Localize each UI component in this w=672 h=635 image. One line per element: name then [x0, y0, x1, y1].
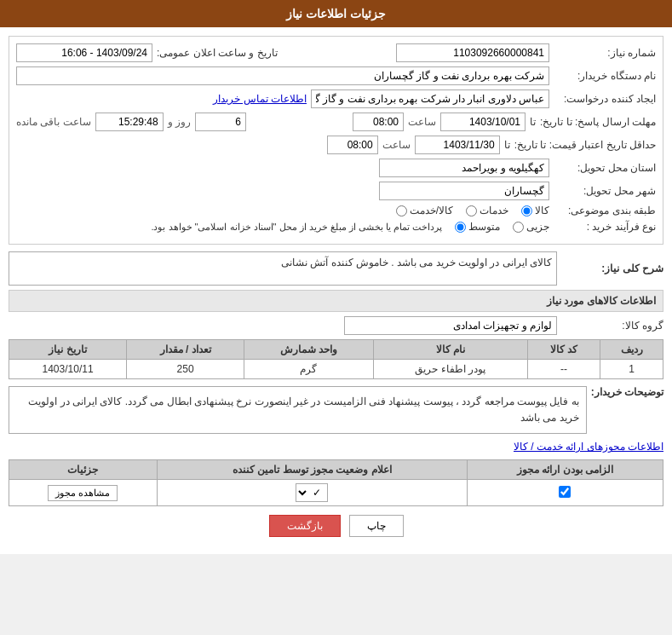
- sharh-box: کالای ایرانی در اولویت خرید می باشد . خا…: [9, 251, 557, 286]
- row-goroh: گروه کالا:: [9, 316, 663, 335]
- tabaqeh-radio-group: کالا/خدمت خدمات کالا: [396, 205, 549, 216]
- faravand-label: نوع فرآیند خرید :: [554, 221, 656, 233]
- mazor-cell-joziat: مشاهده مجوز: [9, 480, 158, 506]
- radio-jozi[interactable]: [513, 222, 524, 233]
- sharh-label: شرح کلی نیاز:: [561, 263, 663, 274]
- back-button[interactable]: بازگشت: [269, 515, 341, 537]
- row-tawzih: توضیحات خریدار: به فایل پیوست مراجعه گرد…: [9, 386, 663, 434]
- goroh-input[interactable]: [344, 316, 557, 335]
- main-content: شماره نیاز: تاریخ و ساعت اعلان عمومی: نا…: [0, 27, 672, 554]
- cell-vahed: گرم: [244, 360, 374, 379]
- mazor-th-joziat: جزئیات: [9, 460, 158, 480]
- ostan-label: استان محل تحویل:: [554, 162, 656, 174]
- goroh-label: گروه کالا:: [561, 320, 663, 332]
- cell-radif: 1: [600, 360, 663, 379]
- mazor-cell-elzami: [467, 480, 663, 506]
- mazor-link[interactable]: اطلاعات مجوزهای ارائه خدمت / کالا: [9, 441, 663, 453]
- radio-kala-khadamat[interactable]: [396, 205, 407, 216]
- naam-label: نام دستگاه خریدار:: [554, 70, 656, 82]
- elzami-checkbox[interactable]: [559, 486, 571, 498]
- jadaval-ta: تا: [504, 139, 510, 151]
- sharh-value: کالای ایرانی در اولویت خرید می باشد . خا…: [281, 257, 552, 268]
- radio-jozi-item: جزیی: [513, 221, 549, 233]
- radio-jozi-label: جزیی: [526, 221, 549, 233]
- row-naam: نام دستگاه خریدار:: [16, 66, 656, 85]
- tawzih-value: به فایل پیوست مراجعه گردد ، پیوست پیشنها…: [28, 395, 578, 424]
- header-title: جزئیات اطلاعات نیاز: [286, 7, 386, 20]
- saat2-input[interactable]: [327, 136, 378, 154]
- roz-label: روز و: [168, 116, 191, 128]
- th-tarikh: تاریخ نیاز: [9, 340, 127, 360]
- tarikh-label: تاریخ و ساعت اعلان عمومی:: [157, 47, 278, 59]
- page-container: جزئیات اطلاعات نیاز شماره نیاز: تاریخ و …: [0, 0, 672, 554]
- cell-tarikh: 1403/10/11: [9, 360, 127, 379]
- row-tabaqeh: طبقه بندی موضوعی: کالا/خدمت خدمات کالا: [16, 205, 656, 216]
- tabaqeh-label: طبقه بندی موضوعی:: [554, 205, 656, 216]
- tawzih-box: به فایل پیوست مراجعه گردد ، پیوست پیشنها…: [9, 386, 587, 434]
- ostan-input[interactable]: [379, 159, 549, 177]
- mazor-th-eelam: اعلام وضعیت مجوز توسط تامین کننده: [157, 460, 467, 480]
- radio-khadamat-item: خدمات: [466, 205, 508, 216]
- print-button[interactable]: چاپ: [349, 515, 404, 537]
- row-sharh: شرح کلی نیاز: کالای ایرانی در اولویت خری…: [9, 251, 663, 286]
- date2-input[interactable]: [415, 136, 500, 154]
- radio-mottavasset-item: متوسط: [455, 221, 500, 233]
- cell-tedad: 250: [127, 360, 244, 379]
- mazor-cell-eelam: ✓: [157, 480, 467, 506]
- row-shomare-tarikh: شماره نیاز: تاریخ و ساعت اعلان عمومی:: [16, 43, 656, 62]
- cell-naam: پودر اطفاء حریق: [373, 360, 527, 379]
- row-ostan: استان محل تحویل:: [16, 159, 656, 177]
- kala-info-title: اطلاعات کالاهای مورد نیاز: [9, 290, 663, 312]
- row-shahr: شهر محل تحویل:: [16, 182, 656, 200]
- mazor-section: الزامی بودن ارائه مجوز اعلام وضعیت مجوز …: [9, 459, 663, 506]
- roz-input[interactable]: [195, 113, 246, 131]
- radio-kala-khadamat-label: کالا/خدمت: [410, 205, 453, 216]
- th-kod: کد کالا: [527, 340, 600, 360]
- faravand-radio-group: متوسط جزیی: [455, 221, 549, 233]
- row-mohlat: مهلت ارسال پاسخ: تا تاریخ: تا ساعت روز و…: [16, 113, 656, 131]
- shomare-input[interactable]: [396, 43, 549, 62]
- mohlat-label: مهلت ارسال پاسخ: تا تاریخ:: [540, 116, 656, 128]
- saat-label: ساعت: [408, 116, 436, 128]
- tawzih-label: توضیحات خریدار:: [591, 386, 663, 398]
- eelam-select[interactable]: ✓: [296, 483, 328, 502]
- row-jadaval: حداقل تاریخ اعتبار قیمت: تا تاریخ: تا سا…: [16, 136, 656, 154]
- shomare-label: شماره نیاز:: [554, 47, 656, 59]
- saat2-label: ساعت: [382, 139, 411, 151]
- bottom-buttons: چاپ بازگشت: [9, 506, 663, 546]
- radio-kala-khadamat-item: کالا/خدمت: [396, 205, 453, 216]
- ijad-label: ایجاد کننده درخواست:: [554, 93, 656, 105]
- mazor-th-elzami: الزامی بودن ارائه مجوز: [467, 460, 663, 480]
- th-radif: ردیف: [600, 340, 663, 360]
- ijad-input[interactable]: [311, 89, 549, 108]
- th-tedad: تعداد / مقدار: [127, 340, 244, 360]
- faravand-info: پرداخت تمام یا بخشی از مبلغ خرید از محل …: [151, 222, 442, 233]
- saat1-input[interactable]: [353, 113, 404, 131]
- view-mazor-button[interactable]: مشاهده مجوز: [48, 485, 118, 501]
- top-info-section: شماره نیاز: تاریخ و ساعت اعلان عمومی: نا…: [9, 36, 663, 245]
- cell-kod: --: [527, 360, 600, 379]
- kala-table: ردیف کد کالا نام کالا واحد شمارش تعداد /…: [9, 339, 663, 379]
- row-faravand: نوع فرآیند خرید : متوسط جزیی پرداخت تمام…: [16, 221, 656, 233]
- table-row: 1 -- پودر اطفاء حریق گرم 250 1403/10/11: [9, 360, 663, 379]
- mazor-row: ✓ مشاهده مجوز: [9, 480, 663, 506]
- tarikh-input[interactable]: [16, 43, 152, 62]
- row-ijad: ایجاد کننده درخواست: اطلاعات تماس خریدار: [16, 89, 656, 108]
- date1-input[interactable]: [440, 113, 526, 131]
- radio-khadamat[interactable]: [466, 205, 477, 216]
- shahr-label: شهر محل تحویل:: [554, 185, 656, 197]
- jadaval-label: حداقل تاریخ اعتبار قیمت: تا تاریخ:: [514, 139, 656, 151]
- mazor-table: الزامی بودن ارائه مجوز اعلام وضعیت مجوز …: [9, 459, 663, 506]
- naam-input[interactable]: [16, 66, 549, 85]
- header-bar: جزئیات اطلاعات نیاز: [0, 0, 672, 27]
- ittela-link[interactable]: اطلاعات تماس خریدار: [213, 93, 307, 105]
- radio-mottavasset[interactable]: [455, 222, 466, 233]
- baqi-label: ساعت باقی مانده: [16, 116, 91, 128]
- baqi-input[interactable]: [95, 113, 164, 131]
- th-vahed: واحد شمارش: [244, 340, 374, 360]
- th-naam: نام کالا: [373, 340, 527, 360]
- shahr-input[interactable]: [379, 182, 549, 200]
- radio-kala[interactable]: [521, 205, 532, 216]
- radio-mottavasset-label: متوسط: [468, 221, 500, 233]
- radio-kala-label: کالا: [535, 205, 549, 216]
